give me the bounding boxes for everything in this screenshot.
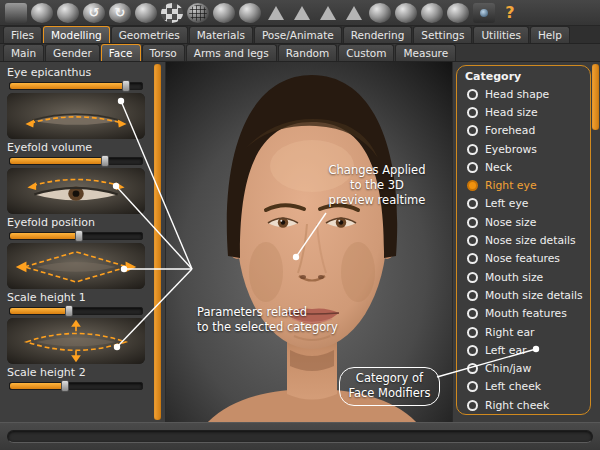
main-tab-bar: FilesModellingGeometriesMaterialsPose/An… bbox=[0, 26, 600, 44]
radio-icon bbox=[467, 144, 478, 155]
save-model-icon[interactable] bbox=[57, 3, 79, 23]
tab-main[interactable]: Main bbox=[3, 44, 44, 61]
slider-scale-height-2[interactable] bbox=[9, 382, 143, 390]
view-front-icon[interactable] bbox=[265, 3, 287, 23]
modifier-label: Eyefold volume bbox=[7, 142, 145, 154]
modifier-thumbnail-eyefold-volume bbox=[7, 168, 145, 214]
tab-materials[interactable]: Materials bbox=[189, 26, 253, 43]
slider-scale-height-1[interactable] bbox=[9, 307, 143, 315]
new-model-icon[interactable] bbox=[5, 3, 27, 23]
tab-utilities[interactable]: Utilities bbox=[473, 26, 529, 43]
toolbar: ↺↻? bbox=[0, 0, 600, 26]
smooth-shading-icon[interactable] bbox=[369, 3, 391, 23]
tab-geometries[interactable]: Geometries bbox=[111, 26, 188, 43]
slider-fill bbox=[10, 233, 79, 239]
makehuman-window: ↺↻? FilesModellingGeometriesMaterialsPos… bbox=[0, 0, 600, 450]
category-item-neck[interactable]: Neck bbox=[464, 158, 586, 176]
slider-handle[interactable] bbox=[101, 155, 109, 167]
slider-eyefold-volume[interactable] bbox=[9, 157, 143, 165]
radio-icon bbox=[467, 125, 478, 136]
category-item-nose-features[interactable]: Nose features bbox=[464, 250, 586, 268]
lighting-icon[interactable] bbox=[421, 3, 443, 23]
category-item-label: Head shape bbox=[485, 88, 549, 101]
uv-grid-icon[interactable] bbox=[187, 3, 209, 23]
slider-eye-epicanthus[interactable] bbox=[9, 82, 143, 90]
category-item-label: Left ear bbox=[485, 344, 526, 357]
radio-icon bbox=[467, 327, 478, 338]
material-icon[interactable] bbox=[161, 3, 183, 23]
help-icon[interactable]: ? bbox=[499, 3, 521, 23]
view-right-icon[interactable] bbox=[343, 3, 365, 23]
redo-icon[interactable]: ↻ bbox=[109, 3, 131, 23]
category-item-label: Right ear bbox=[485, 326, 535, 339]
tab-rendering[interactable]: Rendering bbox=[343, 26, 413, 43]
slider-eyefold-position[interactable] bbox=[9, 232, 143, 240]
tab-modelling[interactable]: Modelling bbox=[43, 26, 110, 43]
category-item-head-size[interactable]: Head size bbox=[464, 103, 586, 121]
tab-gender[interactable]: Gender bbox=[45, 44, 100, 61]
category-item-right-ear[interactable]: Right ear bbox=[464, 323, 586, 341]
tab-custom[interactable]: Custom bbox=[338, 44, 394, 61]
background-settings-icon[interactable] bbox=[395, 3, 417, 23]
category-item-mouth-size-details[interactable]: Mouth size details bbox=[464, 286, 586, 304]
slider-fill bbox=[10, 83, 126, 89]
view-left-icon[interactable] bbox=[317, 3, 339, 23]
viewport-settings-icon[interactable] bbox=[447, 3, 469, 23]
category-item-chin-jaw[interactable]: Chin/jaw bbox=[464, 359, 586, 377]
snapshot-icon[interactable] bbox=[473, 3, 495, 23]
undo-icon[interactable]: ↺ bbox=[83, 3, 105, 23]
slider-handle[interactable] bbox=[65, 305, 73, 317]
category-groupbox: Category Head shapeHead sizeForeheadEyeb… bbox=[456, 65, 591, 415]
category-item-label: Mouth size details bbox=[485, 289, 583, 302]
category-item-left-cheek[interactable]: Left cheek bbox=[464, 378, 586, 396]
left-panel-scrollbar[interactable] bbox=[154, 64, 161, 420]
3d-preview-viewport[interactable] bbox=[166, 62, 452, 422]
wireframe-icon[interactable] bbox=[239, 3, 261, 23]
tab-settings[interactable]: Settings bbox=[413, 26, 472, 43]
slider-handle[interactable] bbox=[75, 230, 83, 242]
modifier-label: Eyefold position bbox=[7, 217, 145, 229]
tab-torso[interactable]: Torso bbox=[142, 44, 185, 61]
category-item-nose-size-details[interactable]: Nose size details bbox=[464, 231, 586, 249]
category-item-eyebrows[interactable]: Eyebrows bbox=[464, 140, 586, 158]
category-item-left-eye[interactable]: Left eye bbox=[464, 195, 586, 213]
tab-measure[interactable]: Measure bbox=[395, 44, 456, 61]
category-item-right-cheek[interactable]: Right cheek bbox=[464, 396, 586, 414]
category-item-right-eye[interactable]: Right eye bbox=[464, 176, 586, 194]
category-item-label: Left eye bbox=[485, 197, 528, 210]
tab-face[interactable]: Face bbox=[101, 44, 141, 61]
load-model-icon[interactable] bbox=[31, 3, 53, 23]
modifier-row: Scale height 2 bbox=[3, 367, 149, 390]
slider-handle[interactable] bbox=[122, 80, 130, 92]
tab-pose-animate[interactable]: Pose/Animate bbox=[254, 26, 342, 43]
view-back-icon[interactable] bbox=[291, 3, 313, 23]
radio-icon bbox=[467, 217, 478, 228]
category-item-left-ear[interactable]: Left ear bbox=[464, 341, 586, 359]
modifier-panel: Eye epicanthus bbox=[0, 62, 166, 422]
category-item-mouth-size[interactable]: Mouth size bbox=[464, 268, 586, 286]
tab-random[interactable]: Random bbox=[278, 44, 337, 61]
category-item-label: Neck bbox=[485, 161, 512, 174]
radio-icon bbox=[467, 345, 478, 356]
zoom-view-icon[interactable] bbox=[135, 3, 157, 23]
modifier-label: Scale height 2 bbox=[7, 367, 145, 379]
modifier-row: Scale height 1 bbox=[3, 292, 149, 364]
category-title: Category bbox=[465, 70, 586, 83]
tab-help[interactable]: Help bbox=[530, 26, 570, 43]
status-bar bbox=[0, 422, 600, 450]
radio-icon bbox=[467, 381, 478, 392]
right-panel-scrollbar[interactable] bbox=[592, 64, 599, 130]
category-item-forehead[interactable]: Forehead bbox=[464, 122, 586, 140]
category-item-label: Nose features bbox=[485, 252, 560, 265]
slider-handle[interactable] bbox=[61, 380, 69, 392]
subdivide-icon[interactable] bbox=[213, 3, 235, 23]
radio-icon bbox=[467, 400, 478, 411]
tab-files[interactable]: Files bbox=[3, 26, 42, 43]
category-item-label: Right cheek bbox=[485, 399, 549, 412]
category-item-nose-size[interactable]: Nose size bbox=[464, 213, 586, 231]
category-item-mouth-features[interactable]: Mouth features bbox=[464, 305, 586, 323]
category-item-head-shape[interactable]: Head shape bbox=[464, 85, 586, 103]
radio-icon bbox=[467, 308, 478, 319]
tab-arms-and-legs[interactable]: Arms and legs bbox=[186, 44, 277, 61]
radio-icon bbox=[467, 198, 478, 209]
